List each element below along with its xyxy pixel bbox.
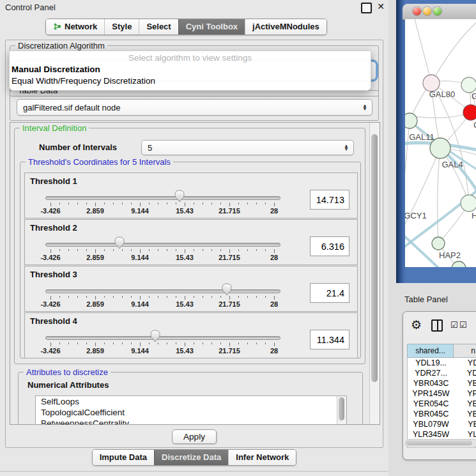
threshold-slider[interactable]: -3.4262.8599.14415.4321.71528 [45,194,279,215]
column-header-shared-name[interactable]: shared... [407,344,454,358]
threshold-value-field[interactable]: 14.713 [310,190,349,210]
attributes-scrollbar[interactable] [337,396,346,425]
table-cell: YBL0 [454,419,476,429]
tick-mark [140,203,141,206]
table-row[interactable]: YBR043CYBR0 [408,378,476,388]
tick-label: 2.859 [86,207,104,215]
tick-mark [77,342,78,344]
tick-mark [149,296,150,298]
table-row[interactable]: YLR345WYLR3 [408,429,476,440]
network-view-window[interactable]: GAL80GAGAL11CGAL4GCY1HHAP2 [396,0,476,283]
attribute-item[interactable]: SelfLoops [36,396,346,407]
tab-cyni-toolbox[interactable]: Cyni Toolbox [178,19,245,35]
tab-label: jActiveMNodules [252,22,319,31]
tick-mark [185,296,185,300]
network-edge[interactable] [431,20,476,83]
tab-network[interactable]: Network [46,19,104,35]
tick-mark [167,296,167,298]
tick-mark [203,296,203,298]
checkbox-icon[interactable]: ☑ [459,320,467,330]
columns-icon[interactable] [431,319,443,332]
tick-mark [194,249,194,251]
network-node[interactable] [461,195,476,211]
tick-mark [203,249,203,251]
attribute-item[interactable]: BetweennessCentrality [36,418,346,425]
network-edge[interactable] [438,148,440,243]
settings-vertical-scrollbar[interactable] [369,123,380,424]
table-row[interactable]: YBL079WYBL0 [408,419,476,429]
slider-thumb[interactable] [174,190,186,205]
table-row[interactable]: YER054CYER0 [408,399,476,409]
table-row[interactable]: YDR27...YDR2 [408,368,476,378]
float-window-icon[interactable] [361,3,372,13]
tick-mark [122,203,123,204]
table-row[interactable]: YDL19...YDL1 [408,358,476,368]
slider-thumb[interactable] [114,236,126,252]
tick-mark [167,342,167,344]
tick-label: 15.43 [176,207,194,215]
table-data-combobox[interactable]: galFiltered.sif default node ▲▼ [17,99,372,116]
column-header-name[interactable]: n... [454,344,476,358]
apply-button[interactable]: Apply [172,429,217,444]
cyni-toolbox-content: Discretization Algorithm Select algorith… [5,40,383,448]
gear-icon[interactable]: ⚙ [411,318,422,332]
table-row[interactable]: YPR145WYPR1 [408,388,476,399]
tick-label: 21.715 [219,207,240,215]
number-of-intervals-combobox[interactable]: 5 ▲▼ [141,140,354,155]
algorithm-prompt: Select algorithm to view settings [10,53,371,63]
network-node[interactable] [405,113,417,128]
tick-mark [247,342,248,344]
tick-label: 28 [270,207,278,215]
zoom-traffic-light-icon[interactable] [433,7,441,15]
slider-thumb[interactable] [150,330,162,345]
minimize-traffic-light-icon[interactable] [423,7,431,15]
table-body: YDL19...YDL1YDR27...YDR2YBR043CYBR0YPR14… [407,358,476,448]
tick-mark [167,203,167,204]
attribute-item[interactable]: TopologicalCoefficient [36,407,346,418]
network-node[interactable] [461,77,476,93]
table-horizontal-scrollbar[interactable] [405,439,476,448]
threshold-value-field[interactable]: 21.4 [310,283,349,303]
dropdown-option-manual[interactable]: Manual Discretization [12,65,100,74]
number-of-intervals-value: 5 [148,143,152,153]
bottom-tab-infer-network[interactable]: Infer Network [228,450,296,465]
tick-mark [220,342,221,344]
tick-mark [247,203,248,204]
tick-mark [122,296,123,298]
table-row[interactable]: YBR045CYBR0 [408,409,476,419]
close-icon[interactable]: ✕ [377,1,385,12]
threshold-label: Threshold 1 [30,176,77,186]
tick-mark [95,249,96,253]
attribute-items: SelfLoopsTopologicalCoefficientBetweenne… [36,396,346,425]
network-node[interactable] [432,237,445,250]
tick-mark [274,296,275,300]
table-cell: YPR1 [454,388,476,399]
numerical-attributes-list[interactable]: SelfLoopsTopologicalCoefficientBetweenne… [35,395,347,425]
tab-label: Select [146,22,171,31]
close-traffic-light-icon[interactable] [413,7,421,15]
tab-jactivemnodules[interactable]: jActiveMNodules [245,19,326,35]
threshold-slider[interactable]: -3.4262.8599.14415.4321.71528 [45,287,279,309]
threshold-value-field[interactable]: 6.316 [310,236,349,256]
network-window-titlebar[interactable] [403,4,476,20]
tick-mark [104,342,105,344]
dropdown-option-equal-width[interactable]: Equal Width/Frequency Discretization [12,76,155,86]
threshold-slider[interactable]: -3.4262.8599.14415.4321.71528 [45,334,279,355]
slider-thumb[interactable] [221,283,233,298]
bottom-tab-discretize-data[interactable]: Discretize Data [154,450,228,465]
network-canvas[interactable]: GAL80GAGAL11CGAL4GCY1HHAP2 [405,19,476,267]
checkbox-icon[interactable]: ☑ [450,320,458,330]
threshold-value-field[interactable]: 11.344 [310,330,349,349]
network-edge[interactable] [405,148,440,233]
bottom-tab-impute-data[interactable]: Impute Data [93,450,154,465]
tick-mark [274,203,275,206]
control-panel: Control Panel ✕ NetworkStyleSelectCyni T… [0,0,388,476]
tab-style[interactable]: Style [104,19,139,35]
threshold-slider[interactable]: -3.4262.8599.14415.4321.71528 [45,240,279,262]
network-node[interactable] [463,105,476,120]
combo-arrows-icon: ▲▼ [344,144,349,151]
network-edge[interactable] [414,19,431,83]
threshold-label: Threshold 4 [30,316,77,326]
tab-label: Style [112,22,132,31]
tab-select[interactable]: Select [139,19,178,35]
